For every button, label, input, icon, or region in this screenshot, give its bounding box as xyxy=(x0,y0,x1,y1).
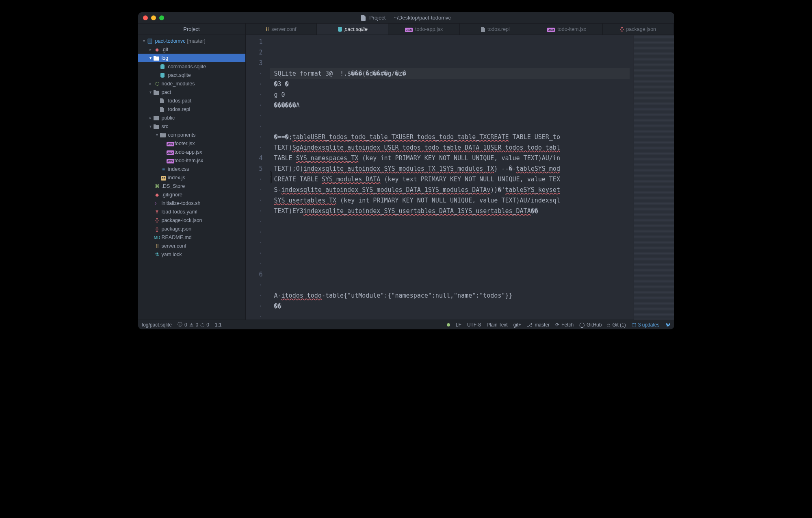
tree-item-label: index.css xyxy=(168,166,189,172)
github-icon: ◯ xyxy=(579,322,585,328)
git-icon: ⎌ xyxy=(607,322,610,328)
code-line: SYS_usertables_TX (key int PRIMARY KEY N… xyxy=(274,195,630,206)
tab-label: todos.repl xyxy=(487,26,510,32)
status-branch[interactable]: ⎇ master xyxy=(527,322,550,328)
status-git-count[interactable]: ⎌ Git (1) xyxy=(607,322,626,328)
tab-todos-repl[interactable]: todos.repl xyxy=(460,24,531,35)
code-line: �3 � xyxy=(274,79,630,89)
tree-item-todos-repl[interactable]: todos.repl xyxy=(138,105,245,113)
code-line xyxy=(274,121,630,132)
tree-item-todo-item-jsx[interactable]: JSXtodo-item.jsx xyxy=(138,156,245,165)
tab-label: package.json xyxy=(626,26,656,32)
error-icon: ⓘ xyxy=(178,321,182,328)
warning-icon: ⚠ xyxy=(189,322,194,328)
tab-label: todo-app.jsx xyxy=(415,26,443,32)
gutter-line: 5 xyxy=(246,163,270,174)
tree-item-index-css[interactable]: ≡index.css xyxy=(138,165,245,173)
tree-item-load-todos-yaml[interactable]: Yload-todos.yaml xyxy=(138,207,245,216)
gutter-line: · xyxy=(246,100,270,111)
ds-icon: ⌘ xyxy=(154,183,161,189)
code-line xyxy=(274,259,630,269)
tree-item-public[interactable]: ▸public xyxy=(138,113,245,122)
tree-item-initialize-todos-sh[interactable]: ›_initialize-todos.sh xyxy=(138,199,245,207)
status-squirrel[interactable]: 🐿 xyxy=(665,322,670,328)
tree-item-node-modules[interactable]: ▸⬡node_modules xyxy=(138,79,245,88)
tree-item-commands-sqlite[interactable]: commands.sqlite xyxy=(138,62,245,71)
json-icon: {} xyxy=(154,226,161,232)
gutter-line: · xyxy=(246,259,270,269)
status-updates[interactable]: ⬚ 3 updates xyxy=(632,322,660,328)
branch-icon: ⎇ xyxy=(527,322,533,328)
tree-item-todo-app-jsx[interactable]: JSXtodo-app.jsx xyxy=(138,148,245,156)
tree-item-footer-jsx[interactable]: JSXfooter.jsx xyxy=(138,139,245,148)
tab-todo-app-jsx[interactable]: JSXtodo-app.jsx xyxy=(388,24,460,35)
chevron-right-icon: ▸ xyxy=(148,115,154,120)
status-bar: log/pact.sqlite ⓘ0 ⚠0 ◌0 1:1 LF UTF-8 Pl… xyxy=(138,320,674,329)
minimize-window-button[interactable] xyxy=(151,15,156,20)
tree-item-label: index.js xyxy=(168,175,185,181)
status-path[interactable]: log/pact.sqlite xyxy=(142,322,172,328)
tree-item-log[interactable]: ▾log xyxy=(138,54,245,62)
tree-item-pact[interactable]: ▾pact xyxy=(138,88,245,96)
tree-item--ds-store[interactable]: ⌘.DS_Store xyxy=(138,182,245,190)
tree-item-package-lock-json[interactable]: {}package-lock.json xyxy=(138,216,245,224)
svg-point-2 xyxy=(338,27,342,28)
status-github[interactable]: ◯ GitHub xyxy=(579,322,602,328)
gutter-line: · xyxy=(246,311,270,322)
gutter-line: · xyxy=(246,195,270,206)
code-line: A-itodos_todo-table{"utModule":{"namespa… xyxy=(274,290,630,301)
chevron-right-icon: ▸ xyxy=(148,47,154,52)
tree-item--gitignore[interactable]: ◆.gitignore xyxy=(138,190,245,199)
folder-icon xyxy=(154,115,161,120)
folder-icon xyxy=(154,124,161,129)
tab-label: pact.sqlite xyxy=(345,26,368,32)
gutter-line: · xyxy=(246,290,270,301)
status-grammar[interactable]: Plain Text xyxy=(487,322,508,328)
chevron-right-icon: ▸ xyxy=(148,81,154,86)
window-title-text: Project — ~/Desktop/pact-todomvc xyxy=(369,15,451,21)
tree-item-todos-pact[interactable]: todos.pact xyxy=(138,96,245,105)
json-icon: {} xyxy=(620,26,624,32)
conf-icon: ⁞⁞ xyxy=(266,26,269,32)
status-fetch[interactable]: ⟳ Fetch xyxy=(555,322,574,328)
tree-item-components[interactable]: ▾components xyxy=(138,131,245,139)
tab-package-json[interactable]: {}package.json xyxy=(603,24,674,35)
package-icon: ⬚ xyxy=(632,322,636,328)
gutter-line: · xyxy=(246,79,270,89)
minimap[interactable] xyxy=(634,35,674,320)
file-icon xyxy=(160,107,167,112)
gutter-line: · xyxy=(246,111,270,121)
status-diagnostics[interactable]: ⓘ0 ⚠0 ◌0 xyxy=(178,321,209,328)
sidebar-toggle-handle[interactable]: ‹ xyxy=(270,171,272,183)
sidebar: Project ▾ pact-todomvc [master] ▸◆.git▾l… xyxy=(138,24,246,320)
code-line xyxy=(274,311,630,320)
gutter-line: · xyxy=(246,89,270,100)
tree-item-yarn-lock[interactable]: ⚗yarn.lock xyxy=(138,250,245,259)
tree-item-src[interactable]: ▾src xyxy=(138,122,245,131)
tab-server-conf[interactable]: ⁞⁞server.conf xyxy=(246,24,317,35)
status-encoding[interactable]: UTF-8 xyxy=(467,322,481,328)
tree-item-label: yarn.lock xyxy=(162,252,182,257)
status-cursor[interactable]: 1:1 xyxy=(215,322,222,328)
tree-item-readme-md[interactable]: MDREADME.md xyxy=(138,233,245,242)
tree-item-package-json[interactable]: {}package.json xyxy=(138,224,245,233)
titlebar: Project — ~/Desktop/pact-todomvc xyxy=(138,12,674,24)
tree-item--git[interactable]: ▸◆.git xyxy=(138,45,245,54)
file-tree[interactable]: ▾ pact-todomvc [master] ▸◆.git▾logcomman… xyxy=(138,35,245,320)
code-line: SQLite format 3@ !.$���(�d��#�g/�z� xyxy=(270,68,630,79)
project-root[interactable]: ▾ pact-todomvc [master] xyxy=(138,37,245,45)
tree-item-pact-sqlite[interactable]: pact.sqlite xyxy=(138,71,245,79)
code-line: g 0 xyxy=(274,89,630,100)
tree-item-index-js[interactable]: JSindex.js xyxy=(138,173,245,182)
close-window-button[interactable] xyxy=(143,15,148,20)
yarn-icon: ⚗ xyxy=(154,252,161,257)
jsx-icon: JSX xyxy=(167,141,174,146)
status-git-plus[interactable]: git+ xyxy=(513,322,522,328)
status-line-ending[interactable]: LF xyxy=(456,322,461,328)
tab-todo-item-jsx[interactable]: JSXtodo-item.jsx xyxy=(531,24,603,35)
tree-item-server-conf[interactable]: ⁞⁞server.conf xyxy=(138,242,245,250)
tab-pact-sqlite[interactable]: pact.sqlite xyxy=(317,24,388,35)
maximize-window-button[interactable] xyxy=(159,15,164,20)
code-area[interactable]: ‹ SQLite format 3@ !.$���(�d��#�g/�z��3 … xyxy=(270,35,634,320)
tree-item-label: public xyxy=(162,115,175,121)
